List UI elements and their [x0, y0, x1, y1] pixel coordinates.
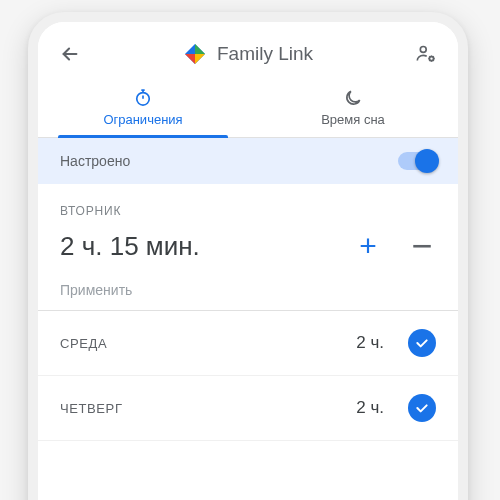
- svg-marker-4: [185, 54, 195, 64]
- time-row: 2 ч. 15 мин. + −: [60, 228, 436, 264]
- svg-marker-3: [195, 54, 205, 64]
- svg-point-6: [429, 57, 433, 61]
- tab-limits[interactable]: Ограничения: [38, 80, 248, 137]
- day-check-toggle[interactable]: [408, 394, 436, 422]
- time-stepper: + −: [354, 228, 436, 264]
- toggle-knob: [415, 149, 439, 173]
- day-check-toggle[interactable]: [408, 329, 436, 357]
- manage-account-button[interactable]: [414, 42, 438, 66]
- limits-toggle[interactable]: [398, 152, 436, 170]
- tab-bar: Ограничения Время сна: [38, 80, 458, 138]
- day-name: СРЕДА: [60, 336, 356, 351]
- title-group: Family Link: [98, 42, 398, 66]
- moon-icon: [343, 88, 363, 108]
- decrement-button[interactable]: −: [408, 228, 436, 264]
- apply-button[interactable]: Применить: [60, 282, 436, 298]
- check-icon: [414, 400, 430, 416]
- tab-bedtime-label: Время сна: [321, 112, 385, 127]
- status-bar: Настроено: [38, 138, 458, 184]
- tab-bedtime[interactable]: Время сна: [248, 80, 458, 137]
- status-label: Настроено: [60, 153, 130, 169]
- editor-day-label: ВТОРНИК: [60, 204, 436, 218]
- check-icon: [414, 335, 430, 351]
- tab-limits-label: Ограничения: [103, 112, 182, 127]
- app-screen: Family Link Ограничения Время сна: [38, 22, 458, 500]
- app-header: Family Link: [38, 22, 458, 80]
- time-value: 2 ч. 15 мин.: [60, 231, 200, 262]
- arrow-left-icon: [59, 43, 81, 65]
- svg-point-7: [137, 93, 150, 106]
- stopwatch-icon: [133, 88, 153, 108]
- back-button[interactable]: [58, 42, 82, 66]
- day-row-wednesday[interactable]: СРЕДА 2 ч.: [38, 311, 458, 376]
- app-title: Family Link: [217, 43, 313, 65]
- day-name: ЧЕТВЕРГ: [60, 401, 356, 416]
- day-row-thursday[interactable]: ЧЕТВЕРГ 2 ч.: [38, 376, 458, 441]
- phone-frame: Family Link Ограничения Время сна: [28, 12, 468, 500]
- family-link-logo-icon: [183, 42, 207, 66]
- person-gear-icon: [415, 43, 437, 65]
- day-time: 2 ч.: [356, 333, 384, 353]
- day-editor: ВТОРНИК 2 ч. 15 мин. + − Применить: [38, 184, 458, 311]
- svg-marker-2: [195, 44, 205, 54]
- svg-point-5: [420, 46, 426, 52]
- day-time: 2 ч.: [356, 398, 384, 418]
- increment-button[interactable]: +: [354, 231, 382, 261]
